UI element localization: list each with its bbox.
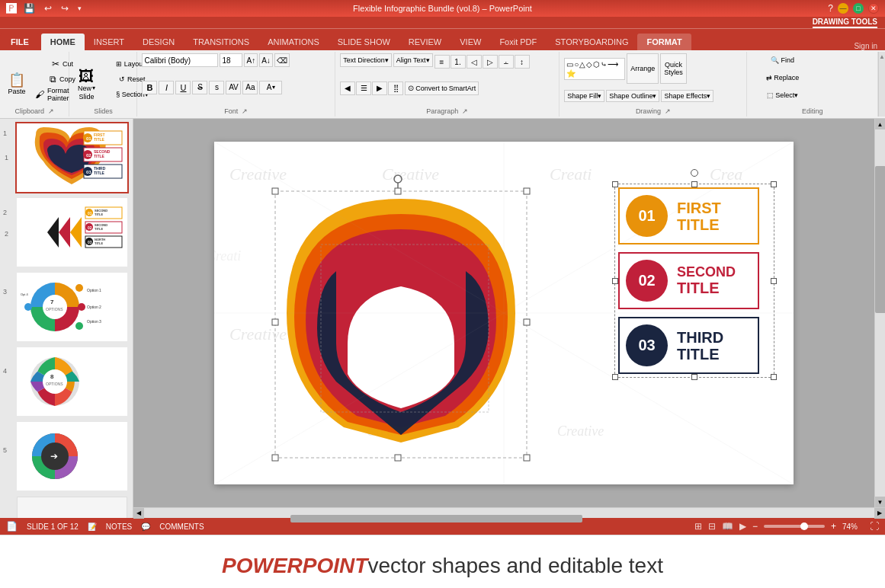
title-box-1[interactable]: 01 FIRST TITLE: [618, 187, 759, 244]
maximize-button[interactable]: □: [853, 3, 864, 14]
tab-animations[interactable]: ANIMATIONS: [258, 34, 329, 50]
bullets-button[interactable]: ≡: [434, 55, 450, 69]
help-icon[interactable]: ?: [828, 3, 833, 14]
shape-fill-button[interactable]: Shape Fill▾: [564, 90, 604, 102]
scroll-thumb-v[interactable]: [875, 166, 885, 313]
tab-design[interactable]: DESIGN: [133, 34, 184, 50]
view-presentation-icon[interactable]: ▶: [739, 521, 746, 532]
signin-link[interactable]: Sign in: [846, 42, 885, 50]
view-reading-icon[interactable]: 📖: [722, 521, 733, 532]
main-canvas[interactable]: Creative Creative Creati Crea Creati Cre…: [133, 119, 874, 507]
font-increase-button[interactable]: A↑: [244, 53, 258, 67]
columns-button[interactable]: ⫠: [499, 55, 514, 69]
shape-3[interactable]: △: [579, 60, 585, 69]
ribbon-collapse[interactable]: ▲: [878, 52, 885, 117]
qa-save[interactable]: 💾: [21, 2, 37, 15]
align-right-button[interactable]: ▶: [372, 81, 387, 95]
minimize-button[interactable]: —: [838, 3, 848, 14]
bold-button[interactable]: B: [142, 81, 157, 94]
slide-thumb-5[interactable]: ➔: [15, 420, 129, 492]
slide-thumb-3[interactable]: 7 OPTIONS Option 1 Option 2 Option 3 Opt…: [15, 271, 129, 343]
shape-5[interactable]: ⬡: [593, 60, 600, 69]
font-name-input[interactable]: [142, 53, 218, 67]
tab-foxit[interactable]: Foxit PDF: [490, 34, 546, 50]
fit-slide-icon[interactable]: ⛶: [870, 521, 879, 532]
char-spacing-button[interactable]: AV: [226, 81, 241, 94]
tab-storyboard[interactable]: STORYBOARDING: [546, 34, 637, 50]
scroll-left-button[interactable]: ◀: [133, 508, 144, 519]
title-text-2: SECOND TITLE: [674, 262, 739, 300]
zoom-plus[interactable]: +: [831, 521, 836, 532]
scroll-right-button[interactable]: ▶: [874, 508, 885, 519]
zoom-slider[interactable]: [764, 525, 825, 528]
view-slidesorter-icon[interactable]: ⊟: [708, 521, 716, 532]
shape-6[interactable]: ⤷: [601, 60, 607, 69]
title-box-2[interactable]: 02 SECOND TITLE: [618, 252, 759, 309]
justify-button[interactable]: ⣿: [388, 81, 403, 95]
qa-customize[interactable]: ▾: [75, 3, 84, 14]
font-color-button[interactable]: A▾: [259, 81, 282, 94]
view-normal-icon[interactable]: ⊞: [694, 521, 702, 532]
dec-indent-button[interactable]: ◁: [467, 55, 482, 69]
inc-indent-button[interactable]: ▷: [483, 55, 498, 69]
shape-8[interactable]: ⭐: [566, 69, 576, 78]
new-slide-button[interactable]: 🖼 New ▾ Slide: [74, 62, 98, 107]
scroll-track: [875, 129, 885, 497]
zoom-minus[interactable]: −: [752, 521, 758, 532]
shape-effects-button[interactable]: Shape Effects▾: [661, 90, 713, 102]
title-box-3[interactable]: 03 THIRD TITLE: [618, 317, 759, 374]
zoom-level[interactable]: 74%: [842, 522, 864, 531]
qa-undo[interactable]: ↩: [42, 2, 54, 15]
align-left-button[interactable]: ◀: [340, 81, 355, 95]
rotation-handle[interactable]: [691, 169, 698, 177]
zoom-thumb[interactable]: [800, 522, 808, 530]
shape-1[interactable]: ▭: [566, 60, 573, 69]
notes-button[interactable]: NOTES: [106, 522, 132, 531]
tab-slideshow[interactable]: SLIDE SHOW: [329, 34, 399, 50]
align-text-button[interactable]: Align Text▾: [393, 53, 433, 67]
line-spacing-button[interactable]: ↕: [515, 55, 530, 69]
paste-button[interactable]: 📋 Paste: [5, 62, 29, 107]
slide-thumb-2[interactable]: 01 SECOND TITLE 02 SECOND TITLE 03 NORTH…: [15, 197, 129, 268]
scroll-down-button[interactable]: ▼: [875, 497, 886, 507]
numbering-button[interactable]: 1.: [451, 55, 466, 69]
italic-button[interactable]: I: [159, 81, 174, 94]
comments-button[interactable]: COMMENTS: [159, 522, 204, 531]
clear-format-button[interactable]: ⌫: [274, 53, 290, 67]
shape-2[interactable]: ○: [574, 60, 579, 69]
horizontal-scrollbar[interactable]: ◀ ▶: [133, 507, 885, 518]
close-button[interactable]: ✕: [868, 3, 879, 14]
strikethrough-button[interactable]: S: [192, 81, 207, 94]
tab-format[interactable]: FORMAT: [637, 34, 691, 50]
change-case-button[interactable]: Aa: [242, 81, 258, 94]
textshadow-button[interactable]: s: [209, 81, 224, 94]
replace-button[interactable]: ⇄ Replace: [752, 71, 813, 85]
scroll-up-button[interactable]: ▲: [875, 119, 886, 129]
font-format-row: B I U S s AV Aa A▾: [142, 81, 282, 94]
shape-outline-button[interactable]: Shape Outline▾: [606, 90, 659, 102]
shape-7[interactable]: ⟶: [608, 60, 618, 69]
slide-thumb-1[interactable]: 01 FIRST TITLE 02 SECOND TITLE 03 THIRD …: [15, 122, 129, 193]
tab-home[interactable]: HOME: [41, 34, 85, 50]
vertical-scrollbar[interactable]: ▲ ▼: [874, 119, 885, 507]
font-decrease-button[interactable]: A↓: [259, 53, 273, 67]
convert-smartart-button[interactable]: ⊙ Convert to SmartArt: [405, 81, 479, 95]
shape-4[interactable]: ◇: [586, 60, 592, 69]
qa-redo[interactable]: ↪: [59, 2, 71, 15]
arrange-button[interactable]: Arrange: [627, 53, 659, 84]
center-button[interactable]: ☰: [356, 81, 371, 95]
tab-view[interactable]: VIEW: [451, 34, 490, 50]
tab-review[interactable]: REVIEW: [399, 34, 451, 50]
tab-file[interactable]: FILE: [0, 34, 40, 50]
text-direction-button[interactable]: Text Direction▾: [340, 53, 392, 67]
quick-styles-button[interactable]: QuickStyles: [660, 53, 687, 84]
tab-insert[interactable]: INSERT: [85, 34, 133, 50]
font-size-input[interactable]: [220, 53, 242, 67]
underline-button[interactable]: U: [175, 81, 191, 94]
scroll-thumb-h[interactable]: [290, 515, 582, 522]
tab-transitions[interactable]: TRANSITIONS: [184, 34, 258, 50]
slide-thumb-4[interactable]: 8 OPTIONS: [15, 346, 129, 417]
select-button[interactable]: ⬚ Select▾: [752, 88, 813, 102]
find-button[interactable]: 🔍 Find: [752, 53, 813, 67]
slide-thumb-6[interactable]: [15, 495, 129, 518]
